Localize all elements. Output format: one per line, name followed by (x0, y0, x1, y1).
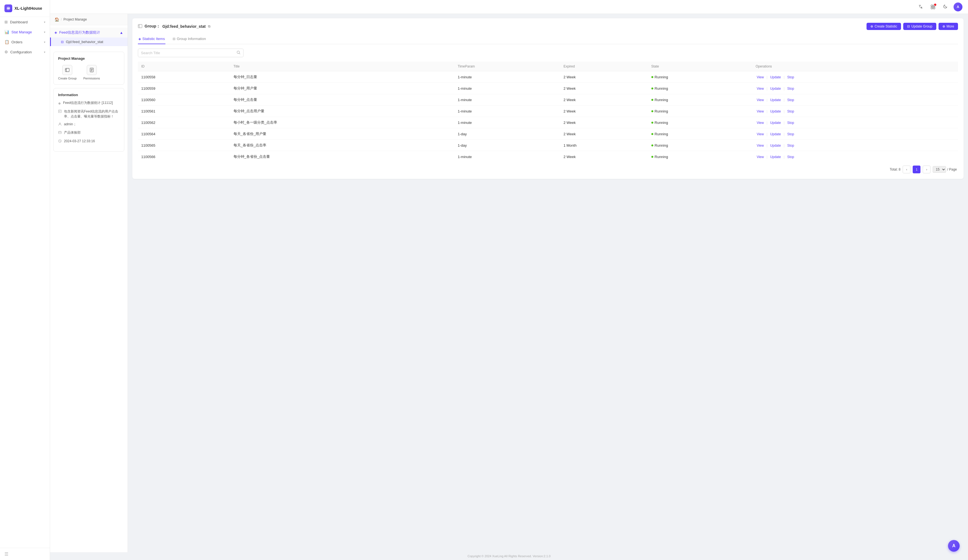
footer-text: Copyright © 2024 XueLing All Rights Rese… (467, 555, 551, 558)
view-button[interactable]: View (757, 75, 764, 79)
translate-icon[interactable] (917, 3, 925, 11)
view-button[interactable]: View (757, 121, 764, 125)
cell-timeparam: 1-day (454, 140, 560, 151)
info-icon-1 (58, 109, 62, 115)
cell-title: 每小时_各一级分类_点击率 (230, 117, 454, 128)
view-button[interactable]: View (757, 155, 764, 159)
svg-rect-7 (59, 110, 61, 112)
stop-button[interactable]: Stop (787, 155, 794, 159)
svg-rect-1 (931, 5, 933, 7)
prev-page-button[interactable]: ‹ (903, 165, 910, 173)
view-button[interactable]: View (757, 132, 764, 136)
op-separator: | (766, 109, 767, 113)
cell-state: Running (648, 151, 752, 162)
cell-timeparam: 1-minute (454, 71, 560, 83)
view-button[interactable]: View (757, 98, 764, 102)
op-separator: | (766, 143, 767, 147)
sidebar-item-stat-manage[interactable]: 📊 Stat Manage ▾ (0, 27, 50, 37)
home-icon[interactable]: 🏠 (55, 17, 59, 21)
update-group-button[interactable]: ⊟ Update Group (903, 23, 936, 30)
project-manage-actions: Create Group Permissions (58, 65, 119, 80)
copy-icon[interactable]: ⧉ (208, 25, 211, 28)
col-state: State (648, 62, 752, 71)
search-input[interactable] (141, 51, 235, 55)
sidebar-item-label: Dashboard (10, 20, 28, 24)
page-1-button[interactable]: 1 (913, 165, 920, 173)
tree-child-icon: ⊟ (61, 40, 64, 44)
status-dot (651, 110, 653, 112)
stop-button[interactable]: Stop (787, 144, 794, 147)
svg-rect-4 (933, 7, 935, 9)
cell-operations: View | Update | Stop (752, 128, 958, 140)
sidebar-item-orders[interactable]: 📋 Orders ▾ (0, 37, 50, 47)
theme-icon[interactable] (941, 3, 949, 11)
page-size-selector: 15 30 50 / Page (933, 166, 957, 173)
project-manage-panel: Project Manage Create Group (53, 52, 124, 85)
status-dot (651, 99, 653, 101)
table-row: 1100558 每分钟_日志量 1-minute 2 Week Running … (138, 71, 958, 83)
data-table: ID Title TimeParam Expired State Operati… (138, 62, 958, 162)
status-badge: Running (651, 109, 749, 113)
sidebar-item-dashboard[interactable]: ⊞ Dashboard ▾ (0, 17, 50, 27)
left-panel: 🏠 / Project Manage ◈ Feed信息流行为数据统计 ▲ ⊟ G… (50, 14, 128, 552)
card-group-prefix: Group： (144, 24, 160, 29)
stop-button[interactable]: Stop (787, 98, 794, 102)
cell-expired: 2 Week (560, 71, 648, 83)
stop-button[interactable]: Stop (787, 109, 794, 113)
update-button[interactable]: Update (770, 87, 781, 91)
view-button[interactable]: View (757, 87, 764, 91)
update-button[interactable]: Update (770, 155, 781, 159)
status-dot (651, 122, 653, 124)
create-group-action[interactable]: Create Group (58, 65, 77, 80)
tree-child-item[interactable]: ⊟ Gjd:feed_behavior_stat (50, 38, 128, 46)
more-button[interactable]: ⊕ More (938, 23, 958, 30)
op-separator: | (784, 121, 784, 125)
stop-button[interactable]: Stop (787, 75, 794, 79)
card-header-left: Group： Gjd:feed_behavior_stat ⧉ (138, 24, 211, 29)
sidebar-item-configuration[interactable]: ⚙ Configuration ▾ (0, 47, 50, 57)
info-icon-2 (58, 122, 62, 127)
user-avatar[interactable]: A (953, 3, 963, 12)
permissions-action[interactable]: Permissions (83, 65, 100, 80)
tab-group-information[interactable]: ⊟ Group Information (172, 35, 207, 44)
op-separator: | (784, 155, 784, 159)
update-button[interactable]: Update (770, 75, 781, 79)
card-header-icon (138, 24, 143, 29)
svg-point-8 (59, 123, 60, 124)
create-statistic-button[interactable]: ⊕ Create Statistic (867, 23, 901, 30)
view-button[interactable]: View (757, 144, 764, 147)
statistic-tab-label: Statistic Items (143, 37, 165, 41)
stop-button[interactable]: Stop (787, 121, 794, 125)
layout-icon[interactable] (929, 3, 937, 11)
update-button[interactable]: Update (770, 132, 781, 136)
update-button[interactable]: Update (770, 144, 781, 147)
update-button[interactable]: Update (770, 121, 781, 125)
fab-button[interactable]: A (948, 540, 960, 552)
breadcrumb: 🏠 / Project Manage (50, 14, 128, 25)
cell-title: 每分钟_用户量 (230, 83, 454, 94)
stop-button[interactable]: Stop (787, 87, 794, 91)
cell-timeparam: 1-minute (454, 94, 560, 106)
pagination: Total: 8 ‹ 1 › 15 30 50 / Page (138, 162, 958, 174)
card-header-right: ⊕ Create Statistic ⊟ Update Group ⊕ More (867, 23, 958, 30)
next-page-button[interactable]: › (923, 165, 930, 173)
menu-icon[interactable]: ☰ (5, 552, 8, 557)
col-title: Title (230, 62, 454, 71)
main-card: Group： Gjd:feed_behavior_stat ⧉ ⊕ Create… (132, 18, 963, 179)
stop-button[interactable]: Stop (787, 132, 794, 136)
tree-parent-item[interactable]: ◈ Feed信息流行为数据统计 ▲ (50, 28, 128, 38)
update-button[interactable]: Update (770, 109, 781, 113)
page-size-select[interactable]: 15 30 50 (933, 166, 946, 173)
tab-statistic-items[interactable]: ◈ Statistic Items (138, 35, 166, 44)
update-button[interactable]: Update (770, 98, 781, 102)
cell-state: Running (648, 83, 752, 94)
col-timeparam: TimeParam (454, 62, 560, 71)
cell-expired: 2 Week (560, 128, 648, 140)
cell-timeparam: 1-minute (454, 117, 560, 128)
view-button[interactable]: View (757, 109, 764, 113)
config-icon: ⚙ (5, 50, 8, 54)
op-separator: | (766, 86, 767, 91)
search-icon[interactable] (237, 51, 240, 55)
cell-state: Running (648, 106, 752, 117)
info-text-1: 包含新闻资讯Feed信息流的用户点击率、点击量、曝光量等数据指标！ (64, 109, 119, 119)
